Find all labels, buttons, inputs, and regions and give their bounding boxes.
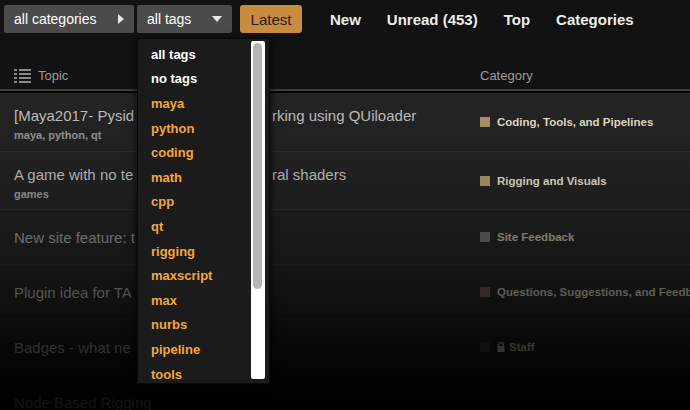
topic-category[interactable]: Site Feedback (480, 231, 574, 243)
category-label: Coding, Tools, and Pipelines (497, 116, 653, 128)
category-label: Questions, Suggestions, and Feedb (497, 286, 690, 298)
category-badge (480, 117, 490, 127)
topic-list: [Maya2017- Pysid rking using QUiloader m… (0, 93, 690, 410)
tags-filter-dropdown[interactable]: all tags (137, 5, 232, 33)
topic-category[interactable]: Rigging and Visuals (480, 175, 607, 187)
chevron-down-icon (212, 16, 222, 22)
topic-title-fragment[interactable]: New site feature: t (14, 229, 135, 246)
table-row[interactable]: New site feature: t Site Feedback (0, 210, 690, 265)
topic-title-fragment[interactable]: Badges - what ne (14, 339, 131, 356)
categories-filter-label: all categories (14, 11, 97, 27)
topic-title-fragment[interactable]: [Maya2017- Pysid (14, 107, 134, 124)
table-row[interactable]: [Maya2017- Pysid rking using QUiloader m… (0, 93, 690, 152)
category-column-header[interactable]: Category (480, 68, 533, 83)
topic-column-header[interactable]: Topic (38, 68, 68, 83)
tag-dropdown-list: all tags no tags maya python coding math… (138, 39, 269, 384)
topic-category[interactable]: Coding, Tools, and Pipelines (480, 116, 653, 128)
category-badge (480, 176, 490, 186)
chevron-right-icon (118, 14, 124, 24)
topic-title-fragment[interactable]: Plugin idea for TA (14, 284, 132, 301)
category-label: Rigging and Visuals (497, 175, 607, 187)
topic-tags[interactable]: games (14, 188, 49, 200)
table-row[interactable]: Node Based Rigging (0, 375, 690, 410)
nav-unread[interactable]: Unread (453) (387, 11, 478, 28)
category-badge (480, 232, 490, 242)
topic-title-fragment[interactable]: Node Based Rigging (14, 394, 152, 410)
nav-latest-active[interactable]: Latest (240, 5, 302, 33)
category-badge (480, 342, 490, 352)
nav-latest-label: Latest (251, 11, 292, 28)
dropdown-scrollbar-thumb[interactable] (253, 43, 262, 289)
topic-tags[interactable]: maya, python, qt (14, 129, 101, 141)
list-icon (14, 69, 31, 86)
category-badge (480, 287, 490, 297)
topic-category[interactable]: Staff (480, 341, 535, 353)
tags-filter-label: all tags (147, 11, 191, 27)
nav-categories[interactable]: Categories (556, 11, 634, 28)
topic-title-fragment[interactable]: A game with no te (14, 166, 133, 183)
category-label: Site Feedback (497, 231, 574, 243)
topic-category[interactable]: Questions, Suggestions, and Feedb (480, 286, 690, 298)
top-navigation: New Unread (453) Top Categories (330, 5, 634, 33)
table-row[interactable]: A game with no te ral shaders games Rigg… (0, 152, 690, 210)
category-label: Staff (509, 341, 535, 353)
nav-top[interactable]: Top (504, 11, 530, 28)
topic-title-fragment[interactable]: ral shaders (272, 166, 346, 183)
nav-new[interactable]: New (330, 11, 361, 28)
top-bar: all categories all tags Latest New Unrea… (0, 0, 690, 60)
table-row[interactable]: Plugin idea for TA Questions, Suggestion… (0, 265, 690, 320)
dropdown-scrollbar-track[interactable] (251, 41, 265, 379)
lock-icon (497, 342, 505, 352)
categories-filter-dropdown[interactable]: all categories (4, 5, 134, 33)
tag-dropdown-menu: all tags no tags maya python coding math… (137, 38, 270, 384)
table-row[interactable]: Badges - what ne Staff (0, 320, 690, 375)
topic-list-header: Topic Category (0, 60, 690, 91)
topic-title-fragment[interactable]: rking using QUiloader (272, 107, 416, 124)
